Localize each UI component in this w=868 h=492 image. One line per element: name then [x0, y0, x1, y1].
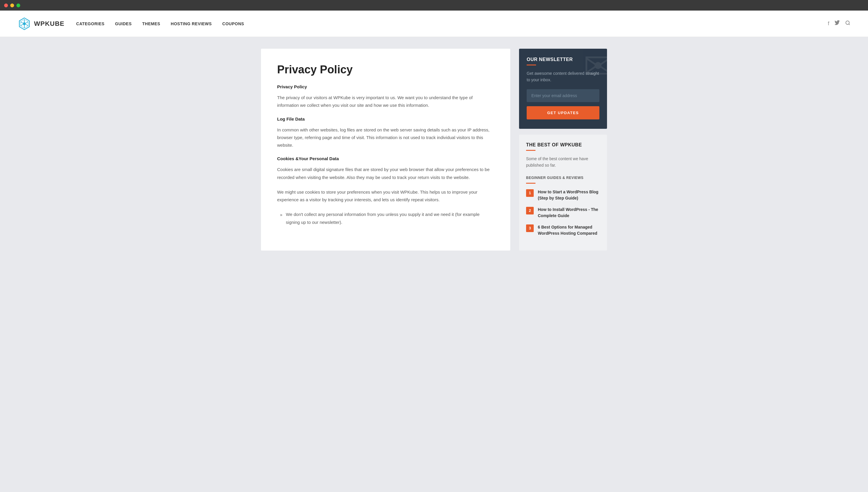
titlebar-dot-green[interactable]: [17, 3, 20, 7]
svg-line-8: [21, 24, 23, 26]
svg-line-5: [21, 22, 23, 23]
titlebar-dot-red[interactable]: [4, 3, 8, 7]
nav-item-guides[interactable]: GUIDES: [115, 21, 132, 26]
list-item-3: 3 6 Best Options for Managed WordPress H…: [526, 224, 600, 237]
logo[interactable]: WPKUBE: [18, 17, 65, 30]
page-title: Privacy Policy: [277, 64, 494, 76]
paragraph-logfile: In common with other websites, log files…: [277, 126, 494, 149]
best-of-title: THE BEST OF WPKUBE: [526, 142, 600, 148]
svg-line-7: [26, 22, 28, 23]
newsletter-title: OUR NEWSLETTER: [527, 57, 599, 62]
get-updates-button[interactable]: GET UPDATES: [527, 106, 599, 119]
main-nav: CATEGORIES GUIDES THEMES HOSTING REVIEWS…: [76, 21, 828, 26]
list-link-1[interactable]: How to Start a WordPress Blog (Step by S…: [538, 189, 600, 201]
section-heading-privacy: Privacy Policy: [277, 84, 494, 89]
nav-item-hosting-reviews[interactable]: HOSTING REVIEWS: [171, 21, 212, 26]
page-wrapper: Privacy Policy Privacy Policy The privac…: [244, 37, 624, 262]
best-of-section-label: BEGINNER GUIDES & REVIEWS: [526, 176, 600, 180]
best-of-description: Some of the best content we have publish…: [526, 155, 600, 169]
section-heading-cookies: Cookies &Your Personal Data: [277, 156, 494, 161]
bullet-text-0: We don't collect any personal informatio…: [286, 211, 494, 226]
list-number-3: 3: [526, 224, 534, 232]
header: WPKUBE CATEGORIES GUIDES THEMES HOSTING …: [0, 10, 868, 37]
header-icons: f: [828, 20, 850, 27]
main-content: Privacy Policy Privacy Policy The privac…: [261, 49, 510, 250]
section-label-underline: [526, 183, 535, 184]
list-number-1: 1: [526, 189, 534, 197]
paragraph-privacy-intro: The privacy of our visitors at WPKube is…: [277, 94, 494, 109]
newsletter-description: Get awesome content delivered straight t…: [527, 70, 599, 83]
logo-text: WPKUBE: [34, 20, 65, 28]
paragraph-cookies-usage: We might use cookies to store your prefe…: [277, 188, 494, 204]
list-link-3[interactable]: 6 Best Options for Managed WordPress Hos…: [538, 224, 600, 237]
newsletter-title-underline: [527, 65, 536, 66]
svg-point-9: [846, 21, 849, 24]
paragraph-cookies: Cookies are small digital signature file…: [277, 166, 494, 181]
bullet-item-0: » We don't collect any personal informat…: [277, 211, 494, 226]
nav-item-categories[interactable]: CATEGORIES: [76, 21, 105, 26]
list-link-2[interactable]: How to Install WordPress - The Complete …: [538, 206, 600, 219]
email-input[interactable]: [527, 89, 599, 102]
twitter-icon[interactable]: [835, 20, 840, 27]
bullet-chevron-icon: »: [280, 211, 282, 226]
best-of-widget: THE BEST OF WPKUBE Some of the best cont…: [519, 135, 607, 250]
nav-item-coupons[interactable]: COUPONS: [222, 21, 244, 26]
list-number-2: 2: [526, 207, 534, 215]
list-item-1: 1 How to Start a WordPress Blog (Step by…: [526, 189, 600, 201]
list-item-2: 2 How to Install WordPress - The Complet…: [526, 206, 600, 219]
svg-line-10: [849, 24, 849, 25]
svg-line-6: [26, 24, 28, 26]
facebook-icon[interactable]: f: [828, 21, 829, 27]
sidebar: ✉ OUR NEWSLETTER Get awesome content del…: [519, 49, 607, 250]
logo-icon: [18, 17, 31, 30]
titlebar: [0, 0, 868, 10]
section-heading-logfile: Log File Data: [277, 117, 494, 121]
svg-point-2: [23, 22, 26, 25]
newsletter-widget: ✉ OUR NEWSLETTER Get awesome content del…: [519, 49, 607, 129]
best-of-title-underline: [526, 150, 535, 151]
titlebar-dot-yellow[interactable]: [10, 3, 14, 7]
nav-item-themes[interactable]: THEMES: [142, 21, 160, 26]
search-icon[interactable]: [845, 20, 850, 27]
